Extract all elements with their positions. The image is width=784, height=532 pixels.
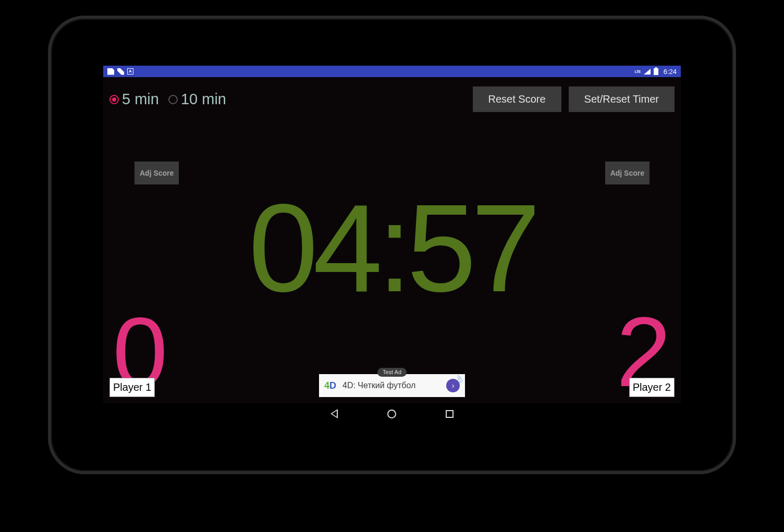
status-right: LTE 6:24 — [634, 68, 677, 76]
android-navbar — [103, 403, 681, 424]
n-preview-icon — [117, 68, 124, 75]
radio-5min-label: 5 min — [122, 91, 159, 108]
test-ad-badge: Test Ad — [377, 368, 407, 377]
ad-info-icon: ▷ ⓘ — [457, 374, 465, 382]
player2-label[interactable]: Player 2 — [629, 378, 675, 397]
top-row: 5 min 10 min Reset Score Set/Reset Timer — [103, 77, 681, 112]
top-buttons: Reset Score Set/Reset Timer — [473, 86, 675, 112]
app-body: 5 min 10 min Reset Score Set/Reset Timer… — [103, 77, 681, 403]
battery-icon — [654, 68, 658, 75]
radio-5min[interactable]: 5 min — [109, 91, 159, 108]
duration-options: 5 min 10 min — [109, 91, 226, 108]
ad-text: 4D: Четкий футбол — [342, 381, 446, 390]
screen: A LTE 6:24 5 min 10 min — [103, 66, 681, 424]
sd-card-icon — [107, 68, 114, 75]
nav-back-icon[interactable] — [330, 409, 338, 418]
adj-score-right-button[interactable]: Adj Score — [605, 162, 650, 184]
nav-home-icon[interactable] — [387, 410, 396, 418]
android-status-bar: A LTE 6:24 — [103, 66, 681, 77]
radio-10min[interactable]: 10 min — [168, 91, 226, 108]
keyboard-a-icon: A — [127, 68, 133, 75]
player1-label[interactable]: Player 1 — [109, 378, 155, 397]
tablet-frame: A LTE 6:24 5 min 10 min — [48, 16, 736, 474]
status-clock: 6:24 — [662, 68, 677, 76]
radio-10min-label: 10 min — [181, 91, 226, 108]
radio-selected-icon — [109, 95, 119, 104]
reset-score-button[interactable]: Reset Score — [473, 86, 561, 112]
nav-recents-icon[interactable] — [446, 410, 454, 418]
lte-indicator: LTE — [634, 70, 640, 73]
ad-logo: 4D — [324, 380, 336, 391]
timer-display[interactable]: 04:57 — [249, 185, 536, 311]
ad-banner[interactable]: Test Ad 4D 4D: Четкий футбол › ▷ ⓘ — [319, 374, 465, 397]
signal-icon — [644, 69, 651, 75]
radio-unselected-icon — [168, 95, 178, 104]
status-left: A — [107, 68, 133, 75]
set-reset-timer-button[interactable]: Set/Reset Timer — [569, 86, 675, 112]
bottom-row: Player 1 Test Ad 4D 4D: Четкий футбол › … — [103, 374, 681, 397]
adj-score-left-button[interactable]: Adj Score — [134, 162, 179, 184]
main-area: Adj Score Adj Score 04:57 0 2 — [103, 112, 681, 404]
